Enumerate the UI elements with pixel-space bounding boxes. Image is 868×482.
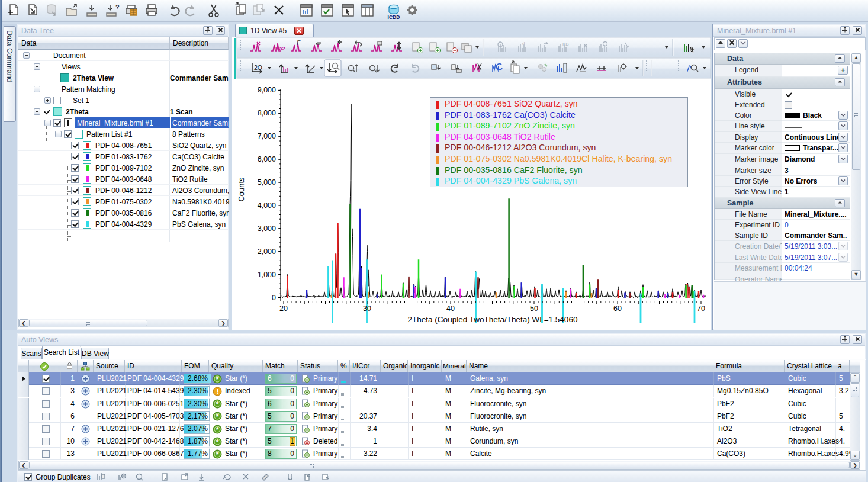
svg-text:ICDD: ICDD [388,14,400,20]
svg-text:0: 0 [272,294,276,302]
svg-text:40: 40 [446,304,455,313]
svg-text:4,000: 4,000 [258,201,276,210]
svg-text:F: F [297,40,301,46]
svg-text:2Theta (Coupled TwoTheta/Theta: 2Theta (Coupled TwoTheta/Theta) WL=1.540… [408,315,578,324]
svg-text:Counts: Counts [237,177,246,202]
svg-text:KB: KB [562,41,569,47]
svg-text:d: d [522,41,525,46]
svg-text:50: 50 [530,304,538,313]
svg-text:?: ? [115,4,120,11]
svg-text:70: 70 [697,304,705,313]
svg-text:60: 60 [613,304,622,313]
svg-text:3,000: 3,000 [258,224,276,233]
svg-text:30: 30 [363,304,371,313]
svg-text:Ka2: Ka2 [275,46,285,52]
svg-text:5,000: 5,000 [258,178,276,187]
svg-text:7,000: 7,000 [258,132,276,140]
svg-text:2Θ: 2Θ [254,64,262,71]
svg-text:9,000: 9,000 [258,86,276,94]
svg-text:8,000: 8,000 [258,109,276,117]
svg-text:6,000: 6,000 [258,155,276,163]
svg-text:1,000: 1,000 [258,271,276,279]
svg-text:20: 20 [279,304,288,313]
svg-text:2,000: 2,000 [258,248,276,256]
